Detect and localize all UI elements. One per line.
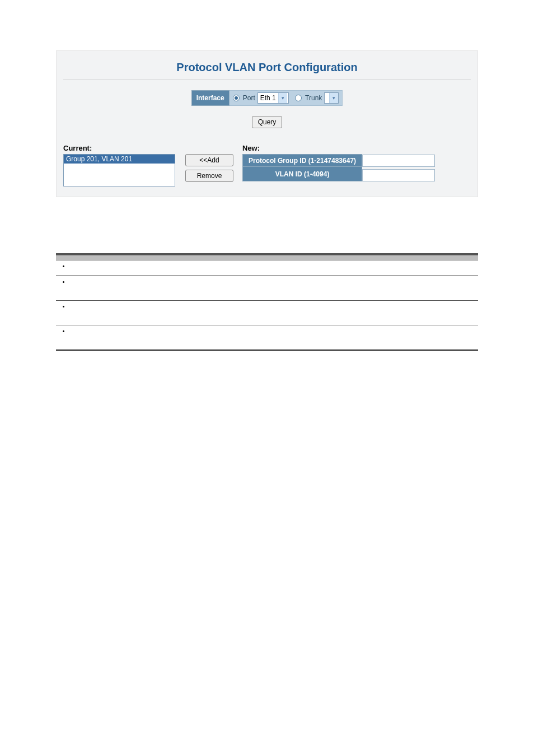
cli-col-1 xyxy=(56,254,233,260)
new-fields-table: Protocol Group ID (1-2147483647) VLAN ID… xyxy=(242,154,435,181)
port-select[interactable]: Eth 1 ▾ xyxy=(257,92,289,104)
interface-controls: Port Eth 1 ▾ Trunk ▾ xyxy=(229,90,343,106)
columns: Current: Group 201, VLAN 201 <<Add Remov… xyxy=(63,144,471,186)
current-column: Current: Group 201, VLAN 201 xyxy=(63,144,175,186)
config-panel: Protocol VLAN Port Configuration Interfa… xyxy=(56,50,478,197)
remove-button[interactable]: Remove xyxy=(185,170,233,182)
interface-row: Interface Port Eth 1 ▾ Trunk ▾ xyxy=(63,90,471,106)
chevron-down-icon: ▾ xyxy=(278,93,287,103)
bullet-icon: . xyxy=(69,328,230,334)
list-item[interactable]: Group 201, VLAN 201 xyxy=(64,155,175,164)
middle-buttons: <<Add Remove xyxy=(185,144,239,182)
divider xyxy=(63,80,471,80)
port-select-value: Eth 1 xyxy=(260,94,276,102)
current-label: Current: xyxy=(63,144,175,152)
query-row: Query xyxy=(63,116,471,128)
port-radio-label: Port xyxy=(243,94,255,102)
cli-section: . . . . xyxy=(56,253,478,351)
bullet-icon: . xyxy=(69,278,230,284)
new-column: New: Protocol Group ID (1-2147483647) VL… xyxy=(242,144,471,181)
query-button[interactable]: Query xyxy=(252,116,283,128)
page-title: Protocol VLAN Port Configuration xyxy=(63,57,471,80)
add-button[interactable]: <<Add xyxy=(185,154,233,166)
table-row: . xyxy=(56,276,478,301)
table-row: . xyxy=(56,301,478,325)
group-id-label: Protocol Group ID (1-2147483647) xyxy=(243,155,362,167)
bullet-icon: . xyxy=(69,263,230,269)
port-radio[interactable] xyxy=(233,95,240,101)
group-id-input[interactable] xyxy=(362,155,435,167)
new-label: New: xyxy=(242,144,471,152)
chevron-down-icon: ▾ xyxy=(329,93,338,103)
table-row: . xyxy=(56,260,478,276)
vlan-id-label: VLAN ID (1-4094) xyxy=(243,167,362,181)
bullet-icon: . xyxy=(69,303,230,309)
trunk-radio[interactable] xyxy=(295,95,302,101)
table-header-row xyxy=(56,254,478,260)
trunk-radio-label: Trunk xyxy=(305,94,322,102)
cli-table: . . . . xyxy=(56,253,478,351)
interface-label: Interface xyxy=(191,90,229,106)
current-listbox[interactable]: Group 201, VLAN 201 xyxy=(63,154,175,186)
table-row: . xyxy=(56,325,478,351)
trunk-select[interactable]: ▾ xyxy=(324,92,339,104)
cli-col-2 xyxy=(233,254,478,260)
vlan-id-input[interactable] xyxy=(362,169,435,181)
